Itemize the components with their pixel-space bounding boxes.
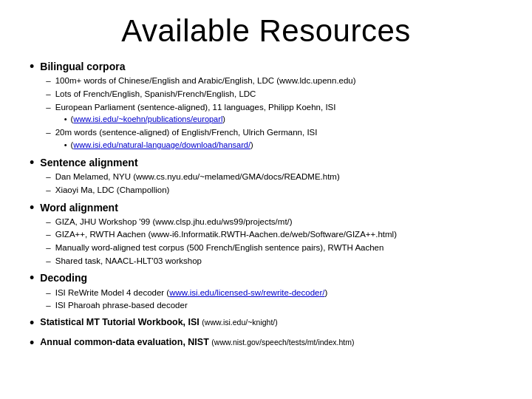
list-item: –Xiaoyi Ma, LDC (Champollion) (40, 184, 502, 197)
list-item: –GIZA++, RWTH Aachen (www-i6.Informatik.… (40, 228, 502, 241)
word-content: Word alignment –GIZA, JHU Workshop '99 (… (40, 200, 502, 268)
list-item: –100m+ words of Chinese/English and Arab… (40, 75, 502, 87)
list-item: –Dan Melamed, NYU (www.cs.nyu.edu/~melam… (40, 171, 502, 183)
dash-icon: – (46, 101, 50, 114)
item-text: ISI ReWrite Model 4 decoder (www.isi.edu… (55, 287, 328, 299)
word-title: Word alignment (40, 202, 118, 214)
decoding-content: Decoding –ISI ReWrite Model 4 decoder (w… (40, 270, 502, 313)
rewrite-link[interactable]: www.isi.edu/licensed-sw/rewrite-decoder/ (169, 288, 324, 297)
sentence-title: Sentence alignment (40, 157, 137, 168)
list-item-sentence: • Sentence alignment –Dan Melamed, NYU (… (30, 155, 502, 197)
bullet-icon: • (30, 199, 34, 217)
dash-icon: – (46, 216, 50, 228)
list-item: – 20m words (sentence-aligned) of Englis… (40, 126, 502, 151)
dash-icon: – (46, 228, 50, 241)
list-item: –Manually word-aligned test corpus (500 … (40, 242, 502, 254)
bullet-icon: • (30, 154, 34, 172)
dash-icon: – (46, 299, 50, 312)
bilingual-content: Bilingual corpora –100m+ words of Chines… (40, 59, 502, 152)
dot-icon: • (64, 140, 67, 151)
sentence-sublist: –Dan Melamed, NYU (www.cs.nyu.edu/~melam… (40, 171, 502, 196)
list-item: –ISI Pharoah phrase-based decoder (40, 299, 502, 312)
dash-icon: – (46, 171, 50, 183)
dash-icon: – (46, 287, 50, 299)
nist-title: Annual common-data evaluation, NIST (www… (40, 337, 354, 347)
dash-icon: – (46, 184, 50, 197)
tutorial-title: Statistical MT Tutorial Workbook, ISI (w… (40, 317, 277, 327)
item-text: ISI Pharoah phrase-based decoder (55, 299, 188, 312)
bullet-icon: • (30, 334, 34, 352)
dot-icon: • (64, 114, 67, 126)
item-with-sub: 20m words (sentence-aligned) of English/… (55, 126, 318, 151)
tutorial-content: Statistical MT Tutorial Workbook, ISI (w… (40, 316, 502, 329)
bullet-icon: • (30, 58, 34, 76)
content-area: • Bilingual corpora –100m+ words of Chin… (30, 59, 502, 356)
slide: Available Resources • Bilingual corpora … (0, 0, 532, 399)
sub-sub-list: •(www.isi.edu/natural-language/download/… (55, 140, 318, 151)
slide-title: Available Resources (30, 13, 502, 49)
item-text: GIZA, JHU Workshop '99 (www.clsp.jhu.edu… (55, 216, 293, 228)
list-item: –ISI ReWrite Model 4 decoder (www.isi.ed… (40, 287, 502, 299)
item-text: 20m words (sentence-aligned) of English/… (55, 128, 318, 137)
item-text: Dan Melamed, NYU (www.cs.nyu.edu/~melame… (55, 171, 340, 183)
list-item: –GIZA, JHU Workshop '99 (www.clsp.jhu.ed… (40, 216, 502, 228)
item-with-sub: European Parliament (sentence-aligned), … (55, 101, 336, 126)
dash-icon: – (46, 88, 50, 100)
item-text: Manually word-aligned test corpus (500 F… (55, 242, 384, 254)
bilingual-title: Bilingual corpora (40, 61, 125, 72)
item-text: Xiaoyi Ma, LDC (Champollion) (55, 184, 170, 197)
bullet-icon: • (30, 269, 34, 287)
dash-icon: – (46, 75, 50, 87)
dash-icon: – (46, 242, 50, 254)
list-item-nist: • Annual common-data evaluation, NIST (w… (30, 335, 502, 352)
list-item-word: • Word alignment –GIZA, JHU Workshop '99… (30, 200, 502, 268)
decoding-sublist: –ISI ReWrite Model 4 decoder (www.isi.ed… (40, 287, 502, 312)
dash-icon: – (46, 126, 50, 139)
item-text: Shared task, NAACL-HLT'03 workshop (55, 255, 202, 267)
list-item: –Lots of French/English, Spanish/French/… (40, 88, 502, 100)
list-item-tutorial: • Statistical MT Tutorial Workbook, ISI … (30, 316, 502, 332)
list-item: •(www.isi.edu/natural-language/download/… (55, 140, 318, 151)
item-text: Lots of French/English, Spanish/French/E… (55, 88, 256, 100)
europarl-link[interactable]: www.isi.edu/~koehn/publications/europarl (73, 115, 222, 123)
list-item: – European Parliament (sentence-aligned)… (40, 101, 502, 126)
list-item-decoding: • Decoding –ISI ReWrite Model 4 decoder … (30, 270, 502, 313)
bullet-icon: • (30, 314, 34, 332)
item-text: (www.isi.edu/natural-language/download/h… (71, 140, 253, 151)
hansard-link[interactable]: www.isi.edu/natural-language/download/ha… (73, 140, 250, 149)
nist-content: Annual common-data evaluation, NIST (www… (40, 335, 502, 349)
list-item: •(www.isi.edu/~koehn/publications/europa… (55, 114, 336, 126)
item-text: (www.isi.edu/~koehn/publications/europar… (71, 114, 225, 126)
dash-icon: – (46, 255, 50, 267)
sub-sub-list: •(www.isi.edu/~koehn/publications/europa… (55, 114, 336, 126)
sentence-content: Sentence alignment –Dan Melamed, NYU (ww… (40, 155, 502, 197)
decoding-title: Decoding (40, 272, 87, 284)
list-item-bilingual: • Bilingual corpora –100m+ words of Chin… (30, 59, 502, 152)
item-text: European Parliament (sentence-aligned), … (55, 103, 336, 112)
item-text: 100m+ words of Chinese/English and Arabi… (55, 75, 356, 87)
main-list: • Bilingual corpora –100m+ words of Chin… (30, 59, 502, 353)
list-item: –Shared task, NAACL-HLT'03 workshop (40, 255, 502, 267)
item-text: GIZA++, RWTH Aachen (www-i6.Informatik.R… (55, 228, 397, 241)
word-sublist: –GIZA, JHU Workshop '99 (www.clsp.jhu.ed… (40, 216, 502, 267)
bilingual-sublist: –100m+ words of Chinese/English and Arab… (40, 75, 502, 151)
